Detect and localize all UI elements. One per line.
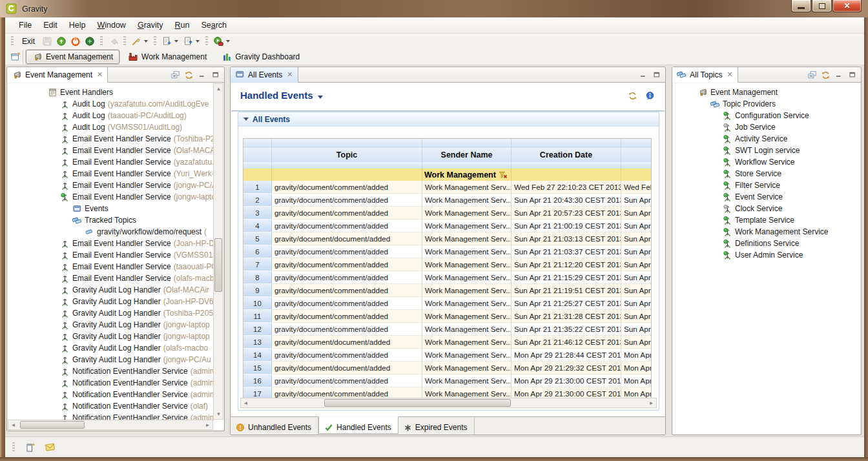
tree-item[interactable]: Notification EventHandler Service(olaf) — [8, 400, 223, 412]
left-tree-hscrollbar[interactable]: ◄ ► — [8, 420, 213, 430]
tree-item[interactable]: Event Management — [673, 87, 860, 98]
sync-button[interactable] — [820, 69, 831, 81]
tree-item[interactable]: Email Event Handler Service(Joan-HP-DV — [8, 238, 223, 249]
dropdown-arrow-icon[interactable] — [226, 40, 230, 43]
fastview-button[interactable] — [23, 440, 37, 455]
minimize-button[interactable] — [791, 0, 811, 12]
import-page-button[interactable] — [160, 35, 173, 48]
tree-item[interactable]: SWT Login service — [673, 145, 860, 156]
tree-item[interactable]: Store Service — [673, 168, 860, 179]
tree-item[interactable]: Activity Service — [673, 133, 860, 145]
table-row[interactable]: 5gravity/document/document/addedWork Man… — [243, 232, 652, 245]
menu-window[interactable]: Window — [91, 19, 131, 32]
tree-item[interactable]: Audit Log(yazafatutu.com/AuditLogEve — [8, 98, 223, 110]
table-hscrollbar[interactable]: ◄ ► — [240, 398, 657, 408]
perspective-gravity-dashboard[interactable]: Gravity Dashboard — [215, 50, 306, 64]
tab-all-events[interactable]: All Events ✕ — [231, 67, 298, 83]
login-orb-button[interactable] — [55, 35, 68, 48]
collapse-all-button[interactable] — [169, 69, 181, 81]
scroll-right-icon[interactable]: ► — [203, 420, 212, 430]
column-header[interactable] — [621, 148, 652, 162]
tree-item[interactable]: Audit Log(VGMSS01/AuditLog) — [8, 121, 223, 133]
tree-item[interactable]: gravity/workflow/demo/request( — [8, 226, 223, 238]
tab-event-management[interactable]: Event Management ✕ — [7, 67, 108, 83]
titlebar[interactable]: Gravity ✕ — [0, 0, 868, 17]
tree-item[interactable]: Notification EventHandler Service(admin — [8, 377, 223, 389]
tree-item[interactable]: Job Service — [673, 121, 860, 133]
table-row[interactable]: 2gravity/document/comment/addedWork Mana… — [243, 194, 652, 207]
close-button[interactable]: ✕ — [832, 0, 862, 12]
close-tab-icon[interactable]: ✕ — [727, 70, 732, 79]
save-button[interactable] — [41, 35, 54, 48]
menu-edit[interactable]: Edit — [37, 19, 63, 32]
close-tab-icon[interactable]: ✕ — [287, 70, 293, 79]
perspective-work-management[interactable]: Work Management — [121, 50, 213, 64]
close-tab-icon[interactable]: ✕ — [97, 70, 103, 79]
bottom-tab-handled-events[interactable]: Handled Events — [318, 416, 398, 434]
table-row[interactable]: 9gravity/document/comment/addedWork Mana… — [243, 284, 652, 297]
collapse-all-button[interactable] — [806, 69, 818, 81]
tree-item[interactable]: Workflow Service — [673, 156, 860, 168]
tree-item[interactable]: Gravity Audit Log Handler(olafs-macbo — [8, 342, 223, 354]
tree-item[interactable]: Email Event Handler Service(taaouati-PC — [8, 261, 223, 272]
column-header[interactable]: Topic — [272, 148, 422, 162]
tree-item[interactable]: Template Service — [673, 214, 860, 226]
filter-clear-icon[interactable] — [499, 170, 508, 179]
perspective-event-management[interactable]: Event Management — [26, 50, 119, 64]
bottom-tab-unhandled-events[interactable]: Unhandled Events — [231, 417, 318, 435]
tree-item[interactable]: Email Event Handler Service(Olaf-MACA — [8, 145, 223, 156]
menu-help[interactable]: Help — [63, 19, 92, 32]
dropdown-arrow-icon[interactable] — [144, 40, 148, 43]
scroll-right-icon[interactable]: ► — [646, 398, 656, 408]
scroll-down-icon[interactable]: ▼ — [214, 409, 223, 419]
table-row[interactable]: 7gravity/document/comment/addedWork Mana… — [243, 258, 652, 271]
tree-item[interactable]: Event Service — [673, 191, 860, 203]
view-max-button[interactable] — [210, 69, 222, 81]
message-button[interactable] — [43, 440, 57, 455]
scroll-left-icon[interactable]: ◄ — [8, 420, 18, 430]
tree-item[interactable]: Email Event Handler Service(Toshiba-P2 — [8, 133, 223, 145]
menu-gravity[interactable]: Gravity — [132, 19, 169, 32]
open-perspective-button[interactable] — [8, 50, 23, 64]
tree-item[interactable]: Email Event Handler Service(Yuri_Werk-L — [8, 168, 223, 179]
sync-button[interactable] — [183, 69, 194, 81]
menu-run[interactable]: Run — [169, 19, 196, 32]
run-external-button[interactable] — [212, 35, 225, 48]
tree-item[interactable]: Topic Providers — [673, 98, 860, 110]
tree-item[interactable]: Email Event Handler Service(jongw-PC/A — [8, 179, 223, 191]
bottom-tab-expired-events[interactable]: Expired Events — [398, 417, 475, 435]
table-row[interactable]: 1gravity/document/comment/addedWork Mana… — [243, 181, 652, 194]
table-row[interactable]: 12gravity/document/comment/addedWork Man… — [243, 323, 652, 336]
column-header[interactable] — [243, 148, 272, 162]
tree-item[interactable]: Event Handlers — [8, 87, 223, 98]
scroll-left-icon[interactable]: ◄ — [241, 398, 251, 408]
exit-button[interactable]: Exit — [17, 36, 40, 47]
table-row[interactable]: 11gravity/document/comment/addedWork Man… — [243, 310, 652, 323]
scroll-up-icon[interactable]: ▲ — [214, 84, 223, 94]
table-row[interactable]: 3gravity/document/comment/addedWork Mana… — [243, 207, 652, 220]
tree-item[interactable]: Events — [8, 203, 223, 214]
table-row[interactable]: 15gravity/document/document/addedWork Ma… — [243, 362, 652, 374]
tree-item[interactable]: Tracked Topics — [8, 214, 223, 226]
tree-item[interactable]: Notification EventHandler Service(admin — [8, 389, 223, 400]
section-header[interactable]: All Events — [238, 112, 659, 127]
column-header[interactable]: Creation Date — [512, 148, 621, 162]
table-row[interactable]: 8gravity/document/comment/addedWork Mana… — [243, 271, 652, 284]
table-row[interactable]: 13gravity/document/document/addedWork Ma… — [243, 336, 652, 349]
table-row[interactable]: 4gravity/document/comment/addedWork Mana… — [243, 220, 652, 232]
dropdown-arrow-icon[interactable] — [174, 40, 178, 43]
tree-item[interactable]: Email Event Handler Service(olafs-macb — [8, 272, 223, 284]
table-row[interactable]: 10gravity/document/comment/addedWork Man… — [243, 297, 652, 310]
tree-item[interactable]: Configuration Service — [673, 110, 860, 121]
tree-item[interactable]: Gravity Audit Log Handler(jongw-PC/Au — [8, 354, 223, 365]
tree-item[interactable]: Filter Service — [673, 179, 860, 191]
table-row[interactable]: 6gravity/document/comment/addedWork Mana… — [243, 245, 652, 258]
tree-item[interactable]: Clock Service — [673, 203, 860, 214]
info-button[interactable] — [644, 90, 656, 101]
tree-item[interactable]: User Admin Service — [673, 249, 860, 261]
view-max-button[interactable] — [651, 69, 663, 81]
view-min-button[interactable] — [637, 69, 649, 81]
dropdown-arrow-icon[interactable] — [196, 40, 200, 43]
export-page-button[interactable] — [181, 35, 194, 48]
tree-item[interactable]: Email Event Handler Service(jongw-lapto — [8, 191, 223, 203]
